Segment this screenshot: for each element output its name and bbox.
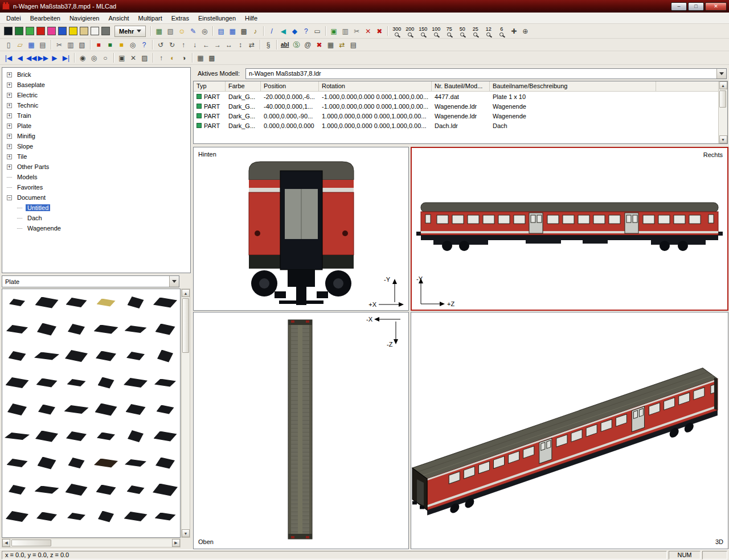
pencil-tool-icon[interactable]: ✎ — [187, 26, 199, 37]
new-file-icon[interactable]: ▯ — [3, 39, 14, 51]
scroll-down-button[interactable]: ▼ — [182, 529, 190, 537]
piece-list-icon[interactable]: § — [263, 39, 274, 51]
part-thumbnail[interactable] — [121, 343, 150, 369]
insert-above-icon[interactable]: ↑ — [155, 52, 167, 64]
draw-settings-icon[interactable]: ▧ — [165, 26, 176, 37]
paste-icon[interactable]: ▧ — [76, 39, 88, 51]
part-thumbnail[interactable] — [62, 396, 91, 423]
viewport-oben[interactable]: Oben -X — [193, 312, 409, 549]
tree-item-document[interactable]: −Document — [2, 192, 190, 203]
list-view-icon[interactable]: ▤ — [347, 39, 359, 51]
clipboard-copy-icon[interactable]: ▥ — [339, 26, 351, 37]
go-previous-icon[interactable]: ◀ — [14, 52, 26, 64]
color-swatch-7[interactable] — [69, 27, 77, 35]
part-thumbnail[interactable] — [150, 423, 180, 450]
minimize-button[interactable]: – — [671, 2, 687, 11]
grid-table-icon[interactable]: ▤ — [215, 26, 227, 37]
parts-category-dropdown-button[interactable] — [169, 276, 179, 287]
viewport-rechts[interactable]: Rechts — [411, 147, 728, 311]
more-colors-button[interactable]: Mehr — [114, 26, 146, 37]
color-swatch-8[interactable] — [80, 27, 88, 35]
tree-expander-icon[interactable]: + — [7, 134, 12, 139]
part-thumbnail[interactable] — [91, 503, 121, 530]
part-thumbnail[interactable] — [62, 289, 91, 316]
column-header-farbe[interactable]: Farbe — [226, 81, 261, 91]
part-thumbnail[interactable] — [150, 503, 180, 530]
tree-item-untitled[interactable]: Untitled — [2, 203, 190, 213]
title-bar[interactable]: n-Wagen Maßstab37,8.mpd - MLCad – □ ✕ — [0, 0, 729, 13]
save-file-icon[interactable]: ▦ — [26, 39, 37, 51]
menu-item-hilfe[interactable]: Hilfe — [240, 14, 262, 23]
hatch-icon[interactable]: ▨ — [139, 52, 150, 64]
help-pointer-icon[interactable]: ? — [138, 39, 150, 51]
scroll-up-button[interactable]: ▲ — [182, 289, 190, 297]
magnify-doc-icon[interactable]: ◎ — [127, 39, 138, 51]
part-thumbnail[interactable] — [62, 423, 91, 450]
tree-expander-icon[interactable]: + — [7, 123, 12, 129]
tree-expander-icon[interactable]: + — [7, 144, 12, 149]
tree-item-other-parts[interactable]: +Other Parts — [2, 162, 190, 172]
zoom-level-6-button[interactable]: 6 — [495, 24, 508, 38]
viewport-3d[interactable]: 3D — [411, 312, 728, 549]
grid-coarse-icon[interactable]: ▦ — [195, 52, 206, 64]
part-thumbnail[interactable] — [121, 476, 150, 503]
find-piece-icon[interactable]: ◉ — [77, 52, 88, 64]
part-thumbnail[interactable] — [91, 396, 121, 423]
part-thumbnail[interactable] — [91, 289, 121, 316]
parts-vertical-scrollbar[interactable]: ▲ ▼ — [181, 289, 190, 538]
part-thumbnail[interactable] — [150, 396, 180, 423]
color-swatch-2[interactable] — [15, 27, 23, 35]
part-thumbnail[interactable] — [91, 423, 121, 450]
column-header-bauteilname-beschreibung[interactable]: Bauteilname/Beschreibung — [490, 81, 656, 91]
note-icon[interactable]: ♪ — [249, 26, 261, 37]
move-right-icon[interactable]: → — [212, 39, 223, 51]
part-thumbnail[interactable] — [2, 343, 32, 369]
tree-expander-icon[interactable]: + — [7, 113, 12, 118]
open-file-icon[interactable]: ▱ — [14, 39, 26, 51]
part-thumbnail[interactable] — [121, 396, 150, 423]
move-left-icon[interactable]: ← — [200, 39, 212, 51]
step-diamond-icon[interactable]: ◆ — [289, 26, 300, 37]
part-thumbnail[interactable] — [2, 396, 32, 423]
part-thumbnail[interactable] — [32, 450, 62, 476]
part-thumbnail[interactable] — [150, 369, 180, 396]
part-thumbnail[interactable] — [32, 289, 62, 316]
close-button[interactable]: ✕ — [705, 2, 727, 11]
go-first-icon[interactable]: |◀ — [3, 52, 14, 64]
scroll-up-button[interactable]: ▲ — [719, 81, 727, 89]
menu-item-bearbeiten[interactable]: Bearbeiten — [26, 14, 65, 23]
tree-item-electric[interactable]: +Electric — [2, 90, 190, 100]
part-thumbnail[interactable] — [62, 343, 91, 369]
clipboard-add-icon[interactable]: ▣ — [328, 26, 339, 37]
part-thumbnail[interactable] — [91, 369, 121, 396]
color-swatch-3[interactable] — [26, 27, 34, 35]
tree-item-baseplate[interactable]: +Baseplate — [2, 80, 190, 90]
part-thumbnail[interactable] — [32, 343, 62, 369]
scroll-thumb[interactable] — [182, 298, 189, 353]
part-thumbnail[interactable] — [32, 316, 62, 343]
show-part-icon[interactable]: ▦ — [325, 39, 336, 51]
part-thumbnail[interactable] — [150, 343, 180, 369]
part-thumbnail[interactable] — [2, 369, 32, 396]
maximize-button[interactable]: □ — [688, 2, 704, 11]
scroll-down-button[interactable]: ▼ — [719, 135, 727, 143]
render-settings-icon[interactable]: ▦ — [153, 26, 165, 37]
hide-part-icon[interactable]: ✖ — [313, 39, 325, 51]
brick-red-icon[interactable]: ■ — [93, 39, 104, 51]
part-thumbnail[interactable] — [91, 476, 121, 503]
tree-item-minifig[interactable]: +Minifig — [2, 131, 190, 141]
part-thumbnail[interactable] — [121, 450, 150, 476]
active-model-dropdown-button[interactable] — [716, 69, 726, 79]
table-vertical-scrollbar[interactable]: ▲ ▼ — [718, 81, 727, 143]
magnifier-tool-icon[interactable]: ◎ — [199, 26, 210, 37]
zoom-in-icon[interactable]: ⊕ — [519, 26, 531, 37]
part-thumbnail[interactable] — [91, 450, 121, 476]
zoom-level-300-button[interactable]: 300 — [390, 24, 403, 38]
zoom-level-25-button[interactable]: 25 — [469, 24, 482, 38]
remove-step-icon[interactable]: ✕ — [128, 52, 139, 64]
go-last-icon[interactable]: ▶| — [60, 52, 72, 64]
part-thumbnail[interactable] — [150, 289, 180, 316]
tree-item-wagenende[interactable]: Wagenende — [2, 223, 190, 233]
hose-generator-icon[interactable]: Ⓢ — [290, 39, 302, 51]
color-swatch-9[interactable] — [91, 27, 99, 35]
